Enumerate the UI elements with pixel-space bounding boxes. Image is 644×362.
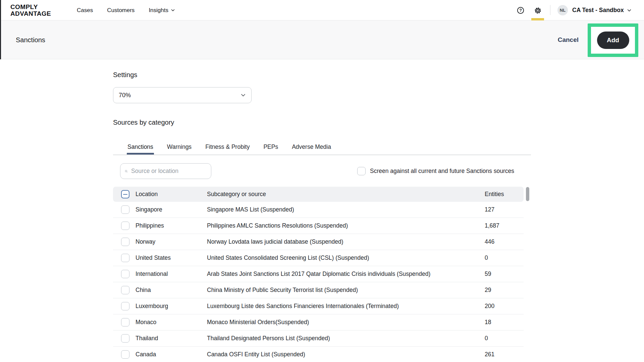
- top-navigation-bar: COMPLY ADVANTAGE CasesCustomersInsights …: [0, 0, 644, 20]
- screen-all-label: Screen against all current and future Sa…: [370, 168, 514, 175]
- tab-fitness-probity[interactable]: Fitness & Probity: [205, 139, 250, 155]
- row-checkbox[interactable]: [121, 222, 129, 230]
- row-location: Monaco: [136, 314, 156, 330]
- table-row-singapore: SingaporeSingapore MAS List (Suspended)1…: [113, 202, 524, 218]
- screen-all-sources-option: Screen against all current and future Sa…: [357, 163, 514, 179]
- table-row-international: InternationalArab States Joint Sanctions…: [113, 266, 524, 282]
- row-location: Singapore: [136, 202, 162, 218]
- table-row-philippines: PhilippinesPhilippines AMLC Sanctions Re…: [113, 218, 524, 234]
- row-location: Thailand: [136, 330, 158, 346]
- row-location: Canada: [136, 347, 156, 362]
- account-menu[interactable]: CA Test - Sandbox: [572, 0, 632, 20]
- account-name: CA Test - Sandbox: [572, 7, 624, 14]
- cancel-button[interactable]: Cancel: [558, 20, 579, 59]
- row-entities: 1,687: [485, 218, 499, 234]
- row-location: International: [136, 266, 168, 282]
- row-entities: 446: [485, 234, 494, 250]
- select-all-checkbox[interactable]: [121, 190, 129, 198]
- primary-nav: CasesCustomersInsights: [77, 0, 175, 20]
- tab-adverse-media[interactable]: Adverse Media: [292, 139, 331, 155]
- nav-divider: [550, 5, 550, 15]
- chevron-down-icon: [627, 8, 632, 13]
- row-checkbox[interactable]: [121, 270, 129, 278]
- search-icon: [125, 168, 128, 175]
- page-header: Sanctions Cancel: [0, 20, 644, 59]
- chevron-down-icon: [240, 93, 246, 98]
- row-entities: 18: [485, 314, 491, 330]
- row-source: Luxembourg Liste des Sanctions Financier…: [207, 298, 399, 314]
- row-checkbox[interactable]: [121, 238, 129, 246]
- row-source: Singapore MAS List (Suspended): [207, 202, 294, 218]
- gear-icon: [534, 6, 542, 15]
- row-entities: 0: [485, 250, 488, 266]
- screen-all-checkbox[interactable]: [357, 167, 366, 175]
- row-entities: 0: [485, 330, 488, 346]
- row-checkbox[interactable]: [121, 318, 129, 326]
- source-search-input[interactable]: [131, 168, 207, 175]
- sources-by-category-heading: Sources by category: [113, 119, 174, 126]
- row-source: Arab States Joint Sanctions List 2017 Qa…: [207, 266, 430, 282]
- column-header-source: Subcategory or source: [207, 187, 266, 202]
- match-threshold-select[interactable]: 70%: [113, 87, 252, 103]
- table-row-norway: NorwayNorway Lovdata laws judicial datab…: [113, 234, 524, 250]
- settings-button[interactable]: [533, 6, 542, 15]
- table-row-china: ChinaChina Ministry of Public Security T…: [113, 282, 524, 298]
- row-entities: 261: [485, 347, 494, 362]
- chevron-down-icon: [171, 8, 175, 12]
- table-row-united-states: United StatesUnited States Consolidated …: [113, 250, 524, 266]
- page-title: Sanctions: [16, 20, 45, 59]
- row-source: China Ministry of Public Security Terror…: [207, 282, 358, 298]
- table-scrollbar[interactable]: [526, 187, 529, 201]
- row-location: Norway: [136, 234, 155, 250]
- row-checkbox[interactable]: [121, 334, 129, 343]
- match-threshold-value: 70%: [119, 92, 131, 99]
- add-button[interactable]: Add: [597, 32, 629, 49]
- nav-item-cases[interactable]: Cases: [77, 7, 93, 14]
- row-checkbox[interactable]: [121, 286, 129, 294]
- table-row-monaco: MonacoMonaco Ministerial Orders(Suspende…: [113, 314, 524, 330]
- settings-heading: Settings: [113, 71, 137, 79]
- tab-sanctions[interactable]: Sanctions: [127, 139, 153, 155]
- row-source: Canada OSFI Entity List (Suspended): [207, 347, 305, 362]
- logo-line-1: COMPLY: [10, 4, 51, 10]
- row-location: United States: [136, 250, 171, 266]
- sources-table: Location Subcategory or source Entities …: [113, 187, 524, 362]
- row-location: Luxembourg: [136, 298, 168, 314]
- row-checkbox[interactable]: [121, 205, 129, 214]
- tab-warnings[interactable]: Warnings: [167, 139, 192, 155]
- avatar[interactable]: NL: [557, 5, 568, 15]
- window-edge-artifact: [0, 0, 1, 59]
- row-source: United States Consolidated Screening Lis…: [207, 250, 369, 266]
- source-category-tabs: SanctionsWarningsFitness & ProbityPEPsAd…: [127, 139, 331, 155]
- row-entities: 59: [485, 266, 491, 282]
- logo-line-2: ADVANTAGE: [10, 10, 51, 17]
- row-checkbox[interactable]: [121, 302, 129, 310]
- comply-advantage-logo[interactable]: COMPLY ADVANTAGE: [10, 4, 51, 17]
- nav-item-customers[interactable]: Customers: [107, 7, 135, 14]
- help-icon: ?: [517, 6, 525, 14]
- row-entities: 127: [485, 202, 494, 218]
- row-source: Philippines AMLC Sanctions Resolutions (…: [207, 218, 348, 234]
- table-row-luxembourg: LuxembourgLuxembourg Liste des Sanctions…: [113, 298, 524, 314]
- tab-peps[interactable]: PEPs: [263, 139, 278, 155]
- table-body: SingaporeSingapore MAS List (Suspended)1…: [113, 202, 524, 362]
- column-header-entities: Entities: [485, 187, 504, 202]
- svg-text:?: ?: [519, 8, 522, 13]
- column-header-location: Location: [136, 187, 158, 202]
- row-checkbox[interactable]: [121, 350, 129, 359]
- row-source: Monaco Ministerial Orders(Suspended): [207, 314, 309, 330]
- row-checkbox[interactable]: [121, 254, 129, 262]
- tabs-divider: [113, 155, 531, 155]
- table-row-canada: CanadaCanada OSFI Entity List (Suspended…: [113, 347, 524, 362]
- help-button[interactable]: ?: [516, 6, 525, 15]
- row-location: Philippines: [136, 218, 164, 234]
- nav-item-insights[interactable]: Insights: [149, 7, 175, 14]
- table-row-thailand: ThailandThailand Designated Persons List…: [113, 330, 524, 347]
- row-entities: 29: [485, 282, 491, 298]
- row-location: China: [136, 282, 151, 298]
- source-search[interactable]: [120, 163, 211, 179]
- row-entities: 200: [485, 298, 494, 314]
- annotation-highlight-box: Add: [588, 23, 638, 57]
- row-source: Thailand Designated Persons List (Suspen…: [207, 330, 330, 346]
- settings-active-indicator: [531, 18, 544, 20]
